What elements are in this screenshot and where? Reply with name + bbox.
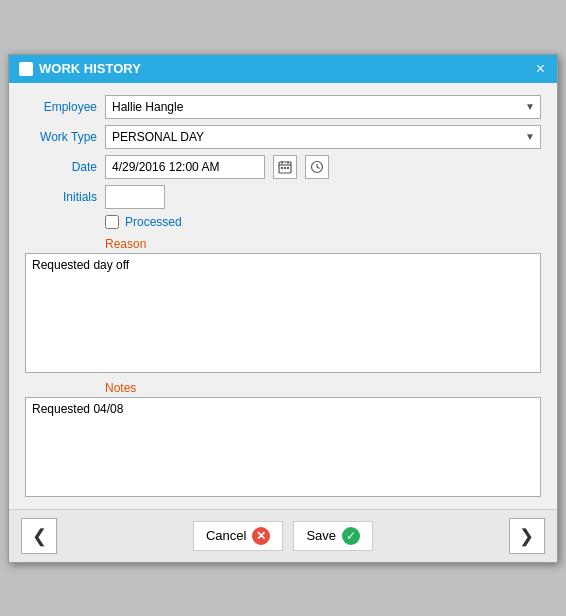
cancel-label: Cancel: [206, 528, 246, 543]
initials-label: Initials: [25, 190, 97, 204]
processed-checkbox[interactable]: [105, 215, 119, 229]
notes-label: Notes: [105, 381, 541, 395]
notes-textarea[interactable]: Requested 04/08: [25, 397, 541, 497]
cancel-icon: ✕: [252, 527, 270, 545]
next-icon: ❯: [519, 525, 534, 547]
close-button[interactable]: ×: [534, 61, 547, 77]
cancel-button[interactable]: Cancel ✕: [193, 521, 283, 551]
reason-label: Reason: [105, 237, 541, 251]
work-history-dialog: WORK HISTORY × Employee Hallie Hangle ▼ …: [8, 54, 558, 563]
worktype-select[interactable]: PERSONAL DAY: [105, 125, 541, 149]
svg-rect-5: [284, 167, 286, 169]
next-button[interactable]: ❯: [509, 518, 545, 554]
initials-input[interactable]: [105, 185, 165, 209]
svg-rect-6: [287, 167, 289, 169]
save-icon: ✓: [342, 527, 360, 545]
worktype-label: Work Type: [25, 130, 97, 144]
worktype-row: Work Type PERSONAL DAY ▼: [25, 125, 541, 149]
title-bar-left: WORK HISTORY: [19, 61, 141, 76]
initials-row: Initials: [25, 185, 541, 209]
notes-section: Notes Requested 04/08: [25, 379, 541, 497]
dialog-title: WORK HISTORY: [39, 61, 141, 76]
svg-rect-4: [281, 167, 283, 169]
save-label: Save: [306, 528, 336, 543]
prev-icon: ❮: [32, 525, 47, 547]
save-button[interactable]: Save ✓: [293, 521, 373, 551]
reason-section: Reason Requested day off: [25, 235, 541, 373]
footer-center: Cancel ✕ Save ✓: [193, 521, 373, 551]
title-bar: WORK HISTORY ×: [9, 55, 557, 83]
dialog-icon: [19, 62, 33, 76]
employee-row: Employee Hallie Hangle ▼: [25, 95, 541, 119]
date-label: Date: [25, 160, 97, 174]
date-input[interactable]: [105, 155, 265, 179]
calendar-button[interactable]: [273, 155, 297, 179]
date-row: Date: [25, 155, 541, 179]
footer: ❮ Cancel ✕ Save ✓ ❯: [9, 509, 557, 562]
worktype-select-wrapper: PERSONAL DAY ▼: [105, 125, 541, 149]
processed-label: Processed: [125, 215, 182, 229]
prev-button[interactable]: ❮: [21, 518, 57, 554]
reason-textarea[interactable]: Requested day off: [25, 253, 541, 373]
time-button[interactable]: [305, 155, 329, 179]
processed-row: Processed: [105, 215, 541, 229]
employee-select[interactable]: Hallie Hangle: [105, 95, 541, 119]
employee-select-wrapper: Hallie Hangle ▼: [105, 95, 541, 119]
employee-label: Employee: [25, 100, 97, 114]
form-body: Employee Hallie Hangle ▼ Work Type PERSO…: [9, 83, 557, 509]
